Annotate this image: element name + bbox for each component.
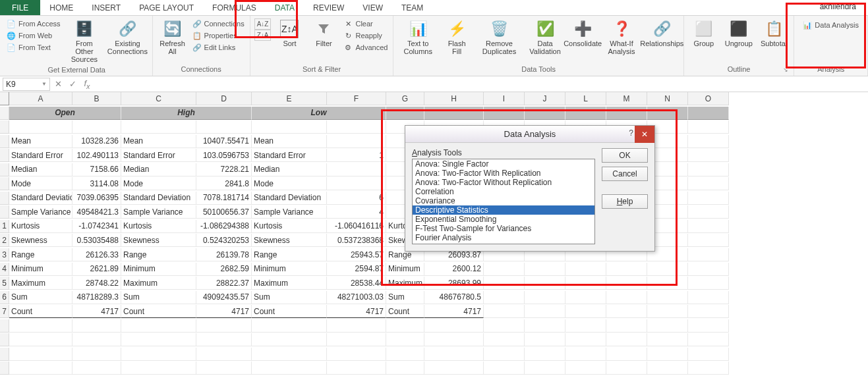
enter-fx-button[interactable]: ✓ (66, 78, 79, 91)
cell[interactable] (688, 192, 729, 205)
cell[interactable]: Count (121, 305, 196, 318)
cell[interactable]: 2621.89 (72, 263, 121, 276)
cell[interactable] (606, 291, 647, 304)
cell[interactable]: 28538.44 (327, 277, 386, 290)
properties-button[interactable]: 📋Properties (191, 30, 246, 41)
cell[interactable]: 10328.236 (72, 135, 121, 148)
cell[interactable]: 7158.66 (72, 163, 121, 176)
analysis-tool-option[interactable]: Histogram (413, 242, 594, 244)
cell[interactable]: Skewness (9, 234, 72, 247)
cell[interactable]: 49092435.57 (196, 291, 252, 304)
tab-page-layout[interactable]: PAGE LAYOUT (130, 0, 203, 15)
analysis-tool-option[interactable]: Descriptive Statistics (413, 205, 594, 215)
col-header[interactable]: B (72, 92, 121, 105)
cell[interactable]: 6 (327, 192, 386, 205)
cell[interactable]: Standard Deviation (252, 192, 327, 205)
cell[interactable] (647, 305, 688, 318)
text-to-columns-button[interactable]: 📊Text to Columns (397, 18, 438, 57)
cell[interactable] (688, 149, 729, 162)
cell[interactable] (565, 277, 606, 290)
outline-launcher-icon[interactable]: ↘ (783, 67, 788, 73)
cell[interactable]: 7078.181714 (196, 192, 252, 205)
cell[interactable]: Mean (252, 135, 327, 148)
analysis-tool-option[interactable]: Anova: Single Factor (413, 159, 594, 169)
formula-input[interactable] (95, 78, 865, 91)
group-button[interactable]: ⬜Group (688, 18, 720, 49)
cell[interactable]: Range (9, 248, 72, 261)
cell[interactable] (688, 220, 729, 233)
cell[interactable]: Count (386, 305, 424, 318)
cell[interactable]: Kurtosis (252, 220, 327, 233)
cell[interactable] (525, 263, 565, 276)
cell[interactable]: Maximum (386, 277, 424, 290)
existing-connections-button[interactable]: 🔗 Existing Connections (107, 18, 148, 57)
row-header[interactable]: 5 (0, 277, 9, 290)
cell[interactable]: Kurtosis (9, 220, 72, 233)
cancel-button[interactable]: Cancel (602, 167, 648, 181)
cell[interactable] (525, 277, 565, 290)
cell[interactable]: Median (121, 163, 196, 176)
col-header[interactable]: I (484, 92, 525, 105)
cell[interactable]: 28748.22 (72, 277, 121, 290)
row-header[interactable] (0, 149, 9, 162)
from-text-button[interactable]: 📄From Text (5, 42, 62, 53)
cell[interactable] (484, 291, 525, 304)
cell[interactable] (525, 291, 565, 304)
cell[interactable]: 48718289.3 (72, 291, 121, 304)
cell[interactable]: Count (252, 305, 327, 318)
cell[interactable]: Kurtosis (121, 220, 196, 233)
connections-button[interactable]: 🔗Connections (191, 18, 246, 29)
cell[interactable]: 2594.87 (327, 263, 386, 276)
cell[interactable]: Median (9, 163, 72, 176)
col-header[interactable]: M (606, 92, 647, 105)
name-box[interactable]: K9▼ (3, 78, 50, 91)
row-header[interactable]: 3 (0, 248, 9, 261)
cell[interactable]: Count (9, 305, 72, 318)
from-access-button[interactable]: 📄From Access (5, 18, 62, 29)
cell[interactable]: Maximum (9, 277, 72, 290)
cell[interactable]: 7228.21 (196, 163, 252, 176)
cell[interactable] (484, 305, 525, 318)
cell[interactable]: Minimum (121, 263, 196, 276)
cell[interactable]: 28693.99 (424, 277, 484, 290)
cell[interactable] (525, 305, 565, 318)
row-header[interactable] (0, 177, 9, 190)
tab-team[interactable]: TEAM (392, 0, 432, 15)
what-if-button[interactable]: ❓What-If Analysis (601, 18, 642, 57)
cell[interactable] (606, 305, 647, 318)
cell[interactable]: Sum (121, 291, 196, 304)
cell[interactable] (688, 234, 729, 247)
cancel-fx-button[interactable]: ✕ (51, 78, 65, 91)
tab-formulas[interactable]: FORMULAS (203, 0, 266, 15)
row-header[interactable]: 4 (0, 263, 9, 276)
cell[interactable]: 0.524320253 (196, 234, 252, 247)
cell[interactable]: Mean (9, 135, 72, 148)
row-header[interactable]: 2 (0, 234, 9, 247)
cell[interactable]: 48676780.5 (424, 291, 484, 304)
cell[interactable] (688, 291, 729, 304)
cell[interactable]: Standard Error (121, 149, 196, 162)
help-button[interactable]: Help (602, 194, 648, 209)
col-header[interactable]: D (196, 92, 252, 105)
analysis-tool-option[interactable]: Covariance (413, 196, 594, 205)
cell[interactable]: 26126.33 (72, 248, 121, 261)
cell[interactable]: 50100656.37 (196, 205, 252, 219)
cell[interactable] (688, 163, 729, 176)
cell[interactable]: Median (252, 163, 327, 176)
cell[interactable]: Range (121, 248, 196, 261)
cell[interactable]: 2841.8 (196, 177, 252, 190)
analysis-tool-option[interactable]: Exponential Smoothing (413, 215, 594, 224)
cell[interactable]: 2600.12 (424, 263, 484, 276)
edit-links-button[interactable]: 🔗Edit Links (191, 42, 246, 53)
cell[interactable]: 28822.37 (196, 277, 252, 290)
cell[interactable]: Mode (252, 177, 327, 190)
cell[interactable] (327, 177, 386, 190)
cell[interactable]: 102.490113 (72, 149, 121, 162)
cell[interactable] (484, 277, 525, 290)
col-header[interactable]: C (121, 92, 196, 105)
cell[interactable]: 0.537238368 (327, 234, 386, 247)
analysis-tools-listbox[interactable]: Anova: Single FactorAnova: Two-Factor Wi… (412, 159, 595, 244)
cell[interactable] (688, 277, 729, 290)
cell[interactable]: 2682.59 (196, 263, 252, 276)
cell[interactable]: -1.0742341 (72, 220, 121, 233)
